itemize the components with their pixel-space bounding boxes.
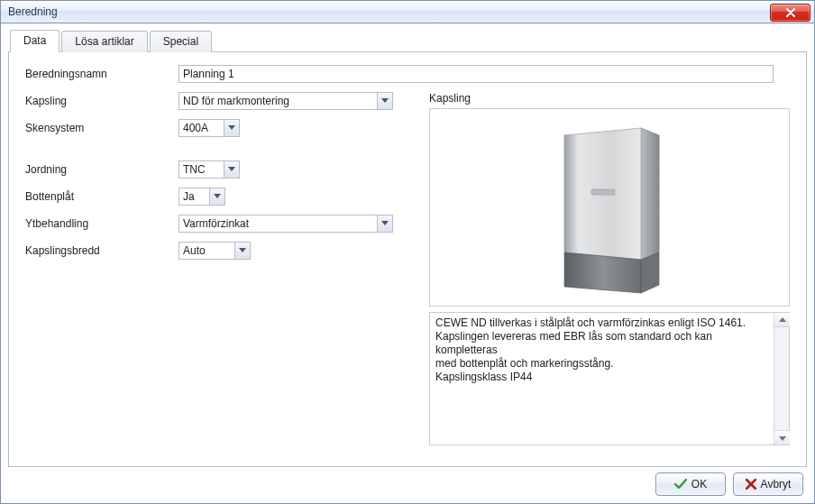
window-title: Beredning [8, 5, 58, 18]
jordning-value: TNC [179, 163, 224, 176]
label-bottenplat: Bottenplåt [25, 190, 179, 203]
check-icon [674, 479, 687, 490]
tab-losa-artiklar[interactable]: Lösa artiklar [61, 31, 147, 52]
client-area: Data Lösa artiklar Special Beredningsnam… [0, 23, 815, 504]
left-column: Kapsling ND för markmontering Skensystem… [25, 92, 404, 457]
dialog-footer: OK Avbryt [8, 467, 807, 496]
ok-button[interactable]: OK [655, 472, 726, 496]
skensystem-combobox[interactable]: 400A [179, 119, 240, 137]
tabpage-data: Beredningsnamn Kapsling ND för markmonte… [8, 52, 807, 467]
chevron-down-icon [209, 188, 224, 205]
kapsling-description-text: CEWE ND tillverkas i stålplåt och varmfö… [430, 313, 774, 444]
row-jordning: Jordning TNC [25, 160, 404, 179]
kapsling-description-box: CEWE ND tillverkas i stålplåt och varmfö… [429, 312, 790, 445]
label-kapsling: Kapsling [25, 95, 179, 107]
titlebar: Beredning [0, 0, 815, 23]
svg-rect-4 [591, 189, 615, 195]
row-beredningsnamn: Beredningsnamn [25, 65, 790, 83]
row-skensystem: Skensystem 400A [25, 119, 404, 137]
kapsling-combobox[interactable]: ND för markmontering [179, 92, 393, 110]
label-jordning: Jordning [25, 163, 179, 176]
chevron-down-icon [377, 215, 392, 232]
cabinet-icon [542, 117, 677, 298]
tab-special[interactable]: Special [150, 31, 212, 52]
close-icon [785, 8, 796, 17]
kapsling-value: ND för markmontering [179, 95, 377, 107]
chevron-down-icon [224, 120, 239, 136]
tab-data[interactable]: Data [10, 30, 60, 52]
kapslingsbredd-combobox[interactable]: Auto [179, 242, 251, 260]
svg-marker-1 [641, 128, 659, 260]
ok-label: OK [691, 478, 707, 490]
ytbehandling-value: Varmförzinkat [179, 217, 377, 230]
svg-marker-3 [641, 252, 659, 293]
kapsling-image [429, 108, 790, 307]
chevron-down-icon [224, 161, 239, 178]
beredningsnamn-input[interactable] [179, 65, 774, 83]
label-ytbehandling: Ytbehandling [25, 217, 179, 230]
jordning-combobox[interactable]: TNC [179, 160, 240, 179]
label-kapslingsbredd: Kapslingsbredd [25, 244, 179, 257]
right-column: Kapsling [429, 92, 790, 457]
row-kapsling: Kapsling ND för markmontering [25, 92, 404, 110]
svg-marker-2 [564, 252, 641, 293]
bottenplat-combobox[interactable]: Ja [179, 188, 225, 206]
close-button[interactable] [770, 4, 810, 22]
cross-icon [746, 479, 756, 490]
kapslingsbredd-value: Auto [179, 244, 234, 257]
form-area: Kapsling ND för markmontering Skensystem… [25, 92, 790, 457]
cancel-button[interactable]: Avbryt [733, 472, 803, 496]
row-ytbehandling: Ytbehandling Varmförzinkat [25, 215, 404, 233]
bottenplat-value: Ja [179, 190, 209, 203]
scroll-up-icon[interactable] [774, 313, 790, 327]
skensystem-value: 400A [179, 122, 224, 134]
row-kapslingsbredd: Kapslingsbredd Auto [25, 242, 404, 260]
ytbehandling-combobox[interactable]: Varmförzinkat [179, 215, 393, 233]
cancel-label: Avbryt [761, 478, 792, 490]
chevron-down-icon [377, 93, 392, 109]
label-skensystem: Skensystem [25, 122, 179, 134]
tabstrip: Data Lösa artiklar Special [8, 29, 807, 52]
chevron-down-icon [234, 243, 250, 259]
row-bottenplat: Bottenplåt Ja [25, 188, 404, 206]
scroll-down-icon[interactable] [774, 430, 790, 444]
scrollbar[interactable] [774, 313, 789, 444]
label-beredningsnamn: Beredningsnamn [25, 68, 179, 80]
group-label-kapsling: Kapsling [429, 92, 790, 105]
